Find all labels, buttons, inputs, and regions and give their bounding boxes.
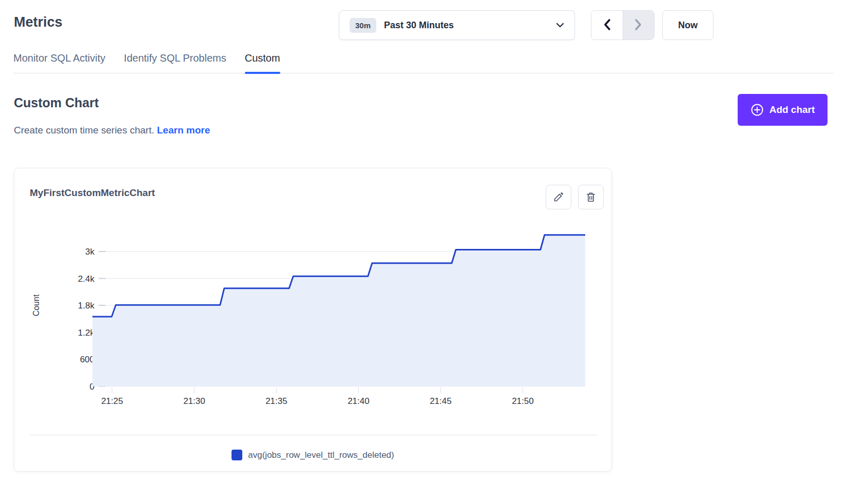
y-tick-label: 1.2k (78, 328, 95, 338)
custom-chart-canvas: 06001.2k1.8k2.4k3k21:2521:3021:3521:4021… (14, 209, 612, 415)
x-tick-label: 21:35 (265, 396, 287, 406)
add-chart-button[interactable]: Add chart (738, 94, 827, 126)
y-tick-label: 600 (80, 355, 94, 364)
edit-chart-button[interactable] (546, 185, 571, 209)
legend-label: avg(jobs_row_level_ttl_rows_deleted) (248, 450, 394, 460)
legend-item[interactable]: avg(jobs_row_level_ttl_rows_deleted) (14, 450, 611, 460)
tab-monitor-sql-activity[interactable]: Monitor SQL Activity (13, 52, 105, 73)
x-tick-label: 21:30 (183, 396, 205, 406)
subtitle-text: Create custom time series chart. (14, 125, 154, 135)
tab-custom[interactable]: Custom (245, 52, 280, 73)
chart-title: MyFirstCustomMetricChart (30, 187, 155, 199)
y-axis-title: Count (32, 294, 41, 316)
custom-chart-card: MyFirstCustomMetricChart 06001.2k1.8k2.4… (14, 168, 612, 472)
chevron-right-icon (634, 18, 642, 32)
legend-swatch (232, 450, 242, 460)
x-tick-label: 21:50 (512, 396, 534, 406)
learn-more-link[interactable]: Learn more (157, 125, 210, 135)
y-tick-label: 1.8k (78, 301, 95, 311)
time-range-badge: 30m (350, 18, 376, 33)
delete-chart-button[interactable] (578, 185, 604, 209)
x-tick-label: 21:45 (430, 396, 452, 406)
y-tick-label: 2.4k (78, 274, 95, 284)
time-range-label: Past 30 Minutes (384, 20, 454, 31)
plus-circle-icon (750, 103, 764, 117)
series-area (92, 235, 585, 386)
section-subtitle: Create custom time series chart. Learn m… (14, 125, 210, 136)
y-tick-label: 3k (85, 247, 94, 257)
tab-bar: Monitor SQL Activity Identify SQL Proble… (13, 52, 834, 73)
metrics-page: Metrics 30m Past 30 Minutes Now Monitor … (0, 0, 847, 504)
now-button[interactable]: Now (662, 10, 714, 40)
prev-time-button[interactable] (591, 11, 623, 40)
time-range-dropdown[interactable]: 30m Past 30 Minutes (339, 10, 575, 40)
add-chart-label: Add chart (769, 104, 815, 115)
x-tick-label: 21:25 (101, 396, 123, 406)
tab-identify-sql-problems[interactable]: Identify SQL Problems (124, 52, 226, 73)
next-time-button[interactable] (623, 11, 654, 40)
time-step-group (591, 10, 654, 40)
pencil-icon (553, 191, 564, 203)
legend-divider (30, 435, 597, 435)
section-heading: Custom Chart (14, 95, 99, 110)
trash-icon (585, 191, 596, 203)
page-title: Metrics (14, 14, 63, 30)
chevron-left-icon (603, 18, 611, 32)
x-tick-label: 21:40 (348, 396, 370, 406)
chevron-down-icon (556, 23, 564, 28)
